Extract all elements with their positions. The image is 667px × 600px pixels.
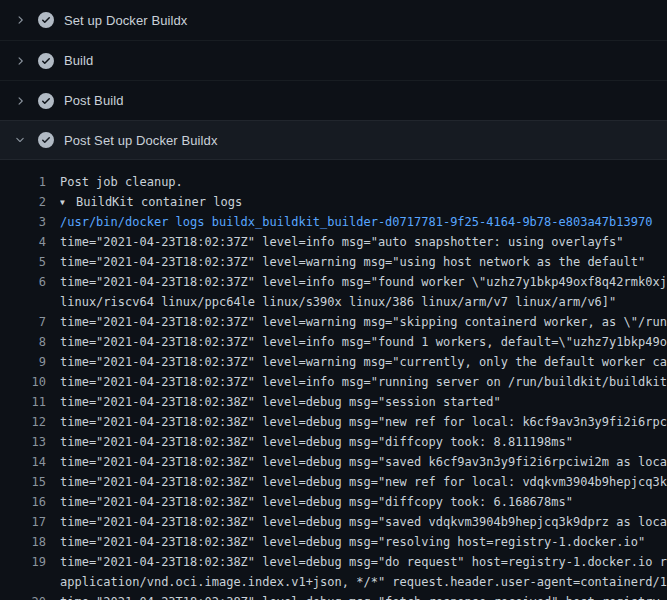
log-line[interactable]: 15 time="2021-04-23T18:02:38Z" level=deb… [0,472,667,492]
log-line-number[interactable]: 1 [0,172,46,192]
log-line-text: time="2021-04-23T18:02:37Z" level=warnin… [60,252,667,272]
log-line[interactable]: linux/riscv64 linux/ppc64le linux/s390x … [0,292,667,312]
log-line-text: time="2021-04-23T18:02:38Z" level=debug … [60,492,667,512]
log-line[interactable]: 17 time="2021-04-23T18:02:38Z" level=deb… [0,512,667,532]
check-circle-icon [38,12,54,28]
job-step: Post Set up Docker Buildx 1 Post job cle… [0,120,667,600]
log-line-text: time="2021-04-23T18:02:37Z" level=warnin… [60,312,667,332]
log-line[interactable]: 20 time="2021-04-23T18:02:38Z" level=deb… [0,592,667,600]
log-line[interactable]: 12 time="2021-04-23T18:02:38Z" level=deb… [0,412,667,432]
log-line-number[interactable]: 13 [0,432,46,452]
log-line-text: time="2021-04-23T18:02:38Z" level=debug … [60,412,667,432]
log-line-text: time="2021-04-23T18:02:37Z" level=info m… [60,232,667,252]
log-line-number[interactable]: 20 [0,592,46,600]
check-circle-icon [38,53,54,69]
step-header[interactable]: Post Build [0,80,667,120]
log-line-number[interactable]: 14 [0,452,46,472]
job-step: Set up Docker Buildx [0,0,667,40]
log-line[interactable]: 6 time="2021-04-23T18:02:37Z" level=info… [0,272,667,292]
log-group-toggle-icon[interactable]: ▼ [60,193,76,212]
log-line-text: time="2021-04-23T18:02:38Z" level=debug … [60,452,667,472]
step-title: Post Build [64,93,124,108]
step-title: Build [64,53,93,68]
log-line-text: linux/riscv64 linux/ppc64le linux/s390x … [60,292,667,312]
log-line-number[interactable]: 7 [0,312,46,332]
log-line[interactable]: application/vnd.oci.image.index.v1+json,… [0,572,667,592]
job-steps-list: Set up Docker Buildx Build Post Build Po… [0,0,667,600]
chevron-right-icon[interactable] [12,53,28,69]
log-line-number[interactable]: 11 [0,392,46,412]
log-line-text: time="2021-04-23T18:02:38Z" level=debug … [60,552,667,572]
step-title: Set up Docker Buildx [64,13,187,28]
log-line-number[interactable]: 9 [0,352,46,372]
check-circle-icon [38,132,54,148]
workflow-log-viewer: Set up Docker Buildx Build Post Build Po… [0,0,667,600]
log-line-text: time="2021-04-23T18:02:38Z" level=debug … [60,592,667,600]
log-line[interactable]: 3 /usr/bin/docker logs buildx_buildkit_b… [0,212,667,232]
step-header[interactable]: Set up Docker Buildx [0,0,667,40]
log-line-number[interactable]: 8 [0,332,46,352]
log-line-number[interactable] [0,572,46,592]
log-line-text: time="2021-04-23T18:02:37Z" level=info m… [60,332,667,352]
log-line-text: time="2021-04-23T18:02:38Z" level=debug … [60,532,667,552]
log-line[interactable]: 5 time="2021-04-23T18:02:37Z" level=warn… [0,252,667,272]
step-log-area: 1 Post job cleanup. 2 ▼BuildKit containe… [0,160,667,600]
log-line-text: ▼BuildKit container logs [60,192,667,212]
log-line[interactable]: 2 ▼BuildKit container logs [0,192,667,212]
log-line[interactable]: 16 time="2021-04-23T18:02:38Z" level=deb… [0,492,667,512]
log-line[interactable]: 9 time="2021-04-23T18:02:37Z" level=warn… [0,352,667,372]
log-line-number[interactable]: 19 [0,552,46,572]
log-line[interactable]: 18 time="2021-04-23T18:02:38Z" level=deb… [0,532,667,552]
log-line-text: /usr/bin/docker logs buildx_buildkit_bui… [60,212,667,232]
step-title: Post Set up Docker Buildx [64,133,218,148]
log-line-number[interactable]: 16 [0,492,46,512]
log-line-number[interactable]: 17 [0,512,46,532]
log-line[interactable]: 19 time="2021-04-23T18:02:38Z" level=deb… [0,552,667,572]
chevron-right-icon[interactable] [12,12,28,28]
log-line-text: Post job cleanup. [60,172,667,192]
log-line-text: time="2021-04-23T18:02:38Z" level=debug … [60,472,667,492]
log-line[interactable]: 7 time="2021-04-23T18:02:37Z" level=warn… [0,312,667,332]
log-line-number[interactable]: 18 [0,532,46,552]
log-line-text: time="2021-04-23T18:02:37Z" level=info m… [60,272,667,292]
log-line-text: time="2021-04-23T18:02:37Z" level=warnin… [60,352,667,372]
log-line-text: application/vnd.oci.image.index.v1+json,… [60,572,667,592]
log-line[interactable]: 1 Post job cleanup. [0,172,667,192]
log-line-number[interactable]: 10 [0,372,46,392]
log-line[interactable]: 14 time="2021-04-23T18:02:38Z" level=deb… [0,452,667,472]
log-line[interactable]: 10 time="2021-04-23T18:02:37Z" level=inf… [0,372,667,392]
job-step: Build [0,40,667,80]
log-line[interactable]: 8 time="2021-04-23T18:02:37Z" level=info… [0,332,667,352]
log-line-text: time="2021-04-23T18:02:38Z" level=debug … [60,432,667,452]
step-header[interactable]: Build [0,40,667,80]
job-step: Post Build [0,80,667,120]
log-group-title[interactable]: BuildKit container logs [76,195,242,209]
log-line-number[interactable]: 12 [0,412,46,432]
log-line-number[interactable]: 5 [0,252,46,272]
log-line-text: time="2021-04-23T18:02:38Z" level=debug … [60,392,667,412]
log-line-number[interactable] [0,292,46,312]
log-line-number[interactable]: 2 [0,192,46,212]
chevron-down-icon[interactable] [12,132,28,148]
log-line-number[interactable]: 15 [0,472,46,492]
log-line-text: time="2021-04-23T18:02:38Z" level=debug … [60,512,667,532]
step-header[interactable]: Post Set up Docker Buildx [0,120,667,160]
log-line-number[interactable]: 6 [0,272,46,292]
log-line-text: time="2021-04-23T18:02:37Z" level=info m… [60,372,667,392]
log-line[interactable]: 11 time="2021-04-23T18:02:38Z" level=deb… [0,392,667,412]
chevron-right-icon[interactable] [12,93,28,109]
log-line[interactable]: 4 time="2021-04-23T18:02:37Z" level=info… [0,232,667,252]
log-line-number[interactable]: 4 [0,232,46,252]
log-line-number[interactable]: 3 [0,212,46,232]
log-line[interactable]: 13 time="2021-04-23T18:02:38Z" level=deb… [0,432,667,452]
check-circle-icon [38,93,54,109]
